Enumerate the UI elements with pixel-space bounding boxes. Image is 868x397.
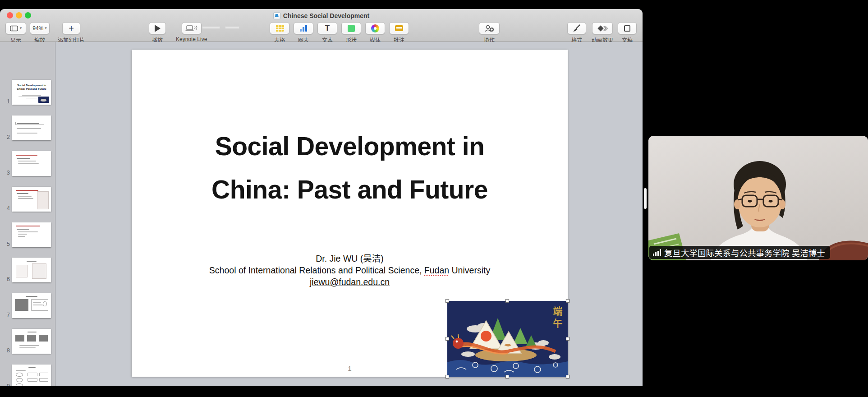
slide-thumbnail-3[interactable]: [12, 151, 51, 176]
selection-handle-w[interactable]: [445, 337, 449, 341]
close-button[interactable]: [7, 12, 13, 18]
text-icon: T: [325, 24, 330, 32]
chart-control: 图表: [294, 22, 313, 44]
insert-media-button[interactable]: [365, 22, 385, 34]
slide-number: 1: [3, 98, 10, 105]
keynote-live-control: Keynote Live: [176, 22, 207, 42]
minimize-button[interactable]: [16, 12, 22, 18]
insert-table-button[interactable]: [270, 22, 289, 34]
format-button[interactable]: [567, 22, 586, 34]
slide-navigator: 1 Social Development in China: Past and …: [0, 42, 55, 386]
keynote-live-label: Keynote Live: [176, 36, 207, 42]
webcam-video[interactable]: 复旦大学国际关系与公共事务学院 吴洁博士: [648, 136, 868, 260]
slide-thumbnail-6[interactable]: [12, 258, 51, 282]
insert-text-button[interactable]: T: [317, 22, 337, 34]
add-slide-button[interactable]: +: [62, 22, 80, 34]
window-title: Chinese Social Development: [283, 12, 369, 19]
zoom-button[interactable]: 94% ▾: [30, 22, 50, 34]
selection-handle-se[interactable]: [566, 375, 569, 379]
slide-number: 6: [3, 276, 10, 282]
toolbar: Chinese Social Development ▾ 显示 94% ▾: [0, 9, 643, 42]
comment-icon: [395, 25, 403, 31]
insert-group: 表格 图表 T 文本: [270, 22, 409, 44]
spellcheck-word: Fudan: [424, 265, 449, 275]
add-slide-control: + 添加幻灯片: [58, 22, 85, 44]
collaborate-control: 协作: [479, 22, 500, 44]
dragon-boat-artwork: [447, 301, 568, 377]
slide-number: 4: [3, 205, 10, 212]
disabled-button-placeholder: [202, 26, 220, 29]
speaker-portrait: [648, 136, 868, 260]
slide-thumbnail-1[interactable]: Social Development in China: Past and Fu…: [12, 80, 51, 105]
shape-control: 形状: [341, 22, 361, 44]
chevron-down-icon: ▾: [45, 26, 47, 30]
plus-icon: +: [69, 24, 74, 33]
slide-number: 2: [3, 134, 10, 140]
screen: Chinese Social Development ▾ 显示 94% ▾: [0, 0, 868, 397]
document-button[interactable]: [618, 22, 637, 34]
slide-thumbnail-2[interactable]: [12, 115, 51, 140]
slide-number: 8: [3, 347, 10, 354]
insert-comment-button[interactable]: [389, 22, 409, 34]
webcam-caption-text: 复旦大学国际关系与公共事务学院 吴洁博士: [664, 247, 825, 259]
slide-image-dragon-boat[interactable]: 端午: [447, 301, 568, 377]
slide-title-line2: China: Past and Future: [132, 168, 568, 211]
current-slide[interactable]: Social Development in China: Past and Fu…: [132, 50, 568, 377]
slide-number: 3: [3, 169, 10, 176]
selection-handle-nw[interactable]: [445, 299, 449, 303]
selection-handle-e[interactable]: [566, 337, 569, 341]
zoom-window-button[interactable]: [25, 12, 31, 18]
affiliation-line: School of International Relations and Po…: [132, 264, 568, 276]
festival-calligraphy-label: 端午: [550, 306, 564, 331]
thumb-title-line: China: Past and Future: [12, 87, 51, 91]
table-icon: [276, 25, 284, 32]
slide-title-line1: Social Development in: [132, 125, 568, 168]
selection-handle-ne[interactable]: [566, 299, 569, 303]
media-control: 媒体: [365, 22, 385, 44]
document-control: 文稿: [618, 22, 637, 44]
chart-icon: [300, 25, 308, 32]
email-link[interactable]: jiewu@fudan.edu.cn: [132, 276, 568, 288]
selection-handle-s[interactable]: [505, 375, 509, 379]
view-icon: [10, 25, 18, 32]
keynote-live-button[interactable]: [182, 22, 202, 34]
collaborate-icon: [484, 24, 494, 32]
slide-thumbnail-8[interactable]: [12, 329, 51, 354]
shape-icon: [348, 25, 355, 32]
play-button[interactable]: [149, 22, 166, 34]
insert-shape-button[interactable]: [341, 22, 361, 34]
traffic-lights: [7, 12, 31, 18]
slide-canvas[interactable]: Social Development in China: Past and Fu…: [56, 42, 643, 386]
document-icon: [624, 25, 631, 32]
titlebar: Chinese Social Development: [0, 11, 643, 19]
slide-number: 7: [3, 311, 10, 318]
slide-byline[interactable]: Dr. Jie WU (吴洁) School of International …: [132, 253, 568, 288]
comment-control: 批注: [389, 22, 409, 44]
zoom-value: 94%: [32, 25, 43, 32]
slide-title[interactable]: Social Development in China: Past and Fu…: [132, 125, 568, 211]
slide-number: 9: [3, 383, 10, 386]
animate-button[interactable]: [592, 22, 613, 34]
keynote-live-icon: [185, 25, 197, 32]
selection-handle-n[interactable]: [505, 299, 509, 303]
play-icon: [155, 25, 161, 32]
text-control: T 文本: [317, 22, 337, 44]
author-line: Dr. Jie WU (吴洁): [132, 253, 568, 264]
zoom-control: 94% ▾ 缩放: [30, 22, 50, 44]
slide-thumbnail-7[interactable]: [12, 293, 51, 318]
keynote-window: Chinese Social Development ▾ 显示 94% ▾: [0, 9, 643, 386]
view-menu: ▾ 显示: [5, 22, 26, 44]
disabled-button-placeholder: [225, 26, 239, 29]
slide-thumbnail-5[interactable]: [12, 222, 51, 247]
view-button[interactable]: ▾: [5, 22, 26, 34]
keynote-app-icon: [273, 12, 280, 19]
selection-handle-sw[interactable]: [445, 375, 449, 379]
media-icon: [371, 24, 379, 32]
video-panel-handle[interactable]: [644, 188, 647, 209]
collaborate-button[interactable]: [479, 22, 500, 34]
insert-chart-button[interactable]: [294, 22, 313, 34]
slide-thumbnail-4[interactable]: [12, 187, 51, 212]
slide-thumbnail-9[interactable]: [12, 365, 51, 386]
play-control: 播放: [149, 22, 166, 44]
thumb-artwork: [38, 97, 49, 103]
